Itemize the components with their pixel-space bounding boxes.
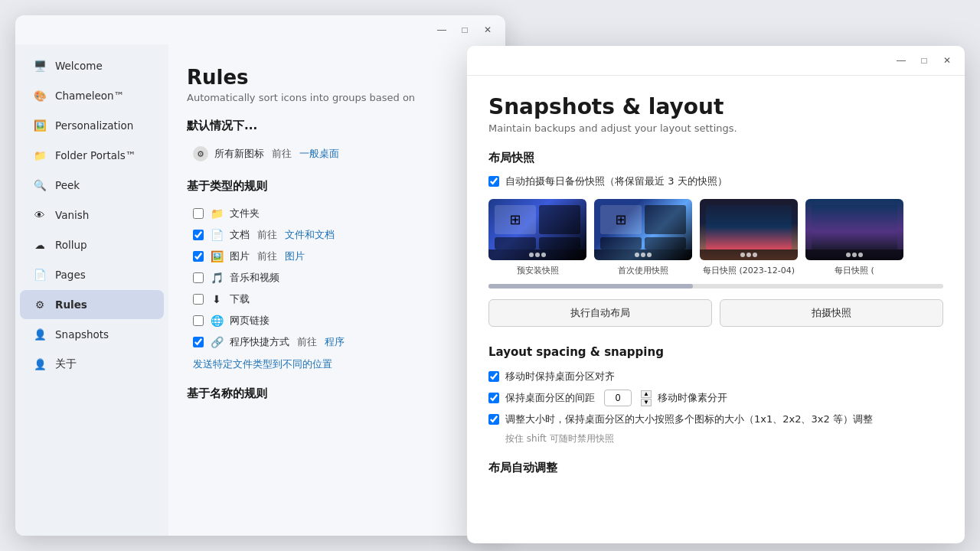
snapshot-thumb-3 (700, 199, 798, 260)
sidebar-item-welcome[interactable]: 🖥️ Welcome (20, 51, 164, 80)
close-button[interactable]: ✕ (479, 21, 496, 38)
page-title: Rules (187, 66, 487, 89)
sidebar-item-vanish[interactable]: 👁 Vanish (20, 201, 164, 230)
default-rule-dest: 一般桌面 (299, 147, 339, 161)
overlay-minimize-button[interactable]: — (893, 52, 910, 69)
layout-option-1-text: 移动时保持桌面分区对齐 (505, 370, 615, 383)
personalization-icon: 🖼️ (32, 118, 47, 133)
taskbar-4 (805, 249, 903, 260)
overlay-body: Snapshots & layout Maintain backups and … (467, 76, 965, 543)
rule-docs-checkbox[interactable] (193, 230, 204, 240)
rule-images-text: 图片 (230, 249, 250, 263)
sidebar-item-about[interactable]: 👤 关于 (20, 350, 164, 379)
progress-bar-fill (488, 284, 693, 289)
layout-option-1: 移动时保持桌面分区对齐 (488, 370, 943, 383)
rule-docs-dest: 文件和文档 (285, 228, 335, 242)
rule-shortcuts-goto: 前往 (297, 335, 317, 349)
rule-weblinks-checkbox[interactable] (193, 315, 204, 326)
rule-docs-goto: 前往 (257, 228, 277, 242)
default-section-title: 默认情况下... (187, 119, 487, 133)
layout-option-2: 保持桌面分区的间距 ▲ ▼ 移动时像素分开 (488, 390, 943, 406)
sidebar-item-label: Personalization (55, 119, 133, 132)
rule-folder-checkbox[interactable] (193, 208, 204, 219)
spacing-input[interactable] (604, 390, 632, 406)
rule-images-goto: 前往 (257, 249, 277, 263)
default-rule-goto: 前往 (272, 147, 292, 161)
rule-images: 🖼️ 图片 前往 图片 (187, 246, 487, 267)
progress-bar (488, 284, 943, 289)
overlay-window: — □ ✕ Snapshots & layout Maintain backup… (467, 46, 965, 543)
snapshot-card-2[interactable]: ⊞ 首次使用快照 (594, 199, 692, 276)
folder-portals-icon: 📁 (32, 148, 47, 163)
default-rule-icon: ⚙ (193, 146, 208, 161)
snapshot-card-1[interactable]: ⊞ 预安装快照 (488, 199, 586, 276)
layout-checkbox-2[interactable] (488, 393, 499, 403)
snapshot-label-4: 每日快照 ( (835, 265, 874, 276)
rule-shortcuts-checkbox[interactable] (193, 337, 204, 347)
sidebar-item-label: Peek (55, 179, 80, 191)
peek-icon: 🔍 (32, 178, 47, 193)
images-icon: 🖼️ (210, 249, 224, 263)
action-buttons: 执行自动布局 拍摄快照 (488, 299, 943, 327)
snapshot-thumb-4 (805, 199, 903, 260)
spinner-buttons: ▲ ▼ (641, 390, 652, 406)
taskbar-3 (700, 249, 798, 260)
sidebar-item-personalization[interactable]: 🖼️ Personalization (20, 111, 164, 140)
shortcuts-icon: 🔗 (210, 335, 224, 349)
sidebar-item-chameleon[interactable]: 🎨 Chameleon™ (20, 81, 164, 110)
take-snapshot-button[interactable]: 拍摄快照 (720, 299, 943, 327)
sidebar-item-folder-portals[interactable]: 📁 Folder Portals™ (20, 141, 164, 170)
snapshot-card-3[interactable]: 每日快照 (2023-12-04) (700, 199, 798, 276)
sidebar-item-rules[interactable]: ⚙ Rules (20, 290, 164, 319)
sidebar-item-peek[interactable]: 🔍 Peek (20, 171, 164, 200)
rule-shortcuts-dest: 程序 (325, 335, 345, 349)
snapshot-section-title: 布局快照 (488, 151, 943, 165)
pages-icon: 📄 (32, 267, 47, 282)
spinner-up-button[interactable]: ▲ (641, 390, 652, 398)
media-icon: 🎵 (210, 271, 224, 285)
overlay-title: Snapshots & layout (488, 94, 943, 119)
window-body: 🖥️ Welcome 🎨 Chameleon™ 🖼️ Personalizati… (15, 44, 505, 536)
spinner-down-button[interactable]: ▼ (641, 399, 652, 406)
layout-section-title: Layout spacing & snapping (488, 345, 943, 359)
maximize-button[interactable]: □ (456, 21, 473, 38)
taskbar-1 (488, 249, 586, 260)
chameleon-icon: 🎨 (32, 88, 47, 103)
rule-docs: 📄 文档 前往 文件和文档 (187, 224, 487, 246)
main-titlebar: — □ ✕ (15, 15, 505, 44)
welcome-icon: 🖥️ (32, 58, 47, 73)
rule-shortcuts-text: 程序快捷方式 (230, 335, 289, 349)
auto-snapshot-row: 自动拍摄每日备份快照（将保留最近 3 天的快照） (488, 174, 943, 188)
sidebar-item-label: Welcome (55, 60, 103, 72)
sidebar-item-label: Rollup (55, 239, 87, 251)
rule-media-checkbox[interactable] (193, 272, 204, 283)
rule-folder-text: 文件夹 (230, 207, 260, 220)
weblinks-icon: 🌐 (210, 314, 224, 328)
sidebar-item-label: Rules (55, 298, 87, 311)
rule-media: 🎵 音乐和视频 (187, 267, 487, 289)
snapshot-thumb-2: ⊞ (594, 199, 692, 260)
layout-checkbox-1[interactable] (488, 371, 499, 382)
rule-weblinks-text: 网页链接 (230, 314, 270, 328)
rule-downloads-checkbox[interactable] (193, 294, 204, 305)
rule-folder: 📁 文件夹 (187, 203, 487, 224)
name-section-title: 基于名称的规则 (187, 386, 487, 401)
taskbar-2 (594, 249, 692, 260)
auto-layout-button[interactable]: 执行自动布局 (488, 299, 712, 327)
snapshot-card-4[interactable]: 每日快照 ( (805, 199, 903, 276)
minimize-button[interactable]: — (433, 21, 450, 38)
file-type-link[interactable]: 发送特定文件类型到不同的位置 (187, 357, 332, 371)
snapshot-label-2: 首次使用快照 (618, 265, 668, 276)
rule-images-checkbox[interactable] (193, 251, 204, 262)
page-subtitle: Automatically sort icons into groups bas… (187, 92, 487, 103)
sidebar-item-rollup[interactable]: ☁ Rollup (20, 230, 164, 259)
auto-snapshot-checkbox[interactable] (488, 176, 499, 187)
overlay-close-button[interactable]: ✕ (939, 52, 956, 69)
rule-downloads-text: 下载 (230, 292, 250, 306)
layout-checkbox-3[interactable] (488, 414, 499, 425)
sidebar-item-snapshots[interactable]: 👤 Snapshots (20, 320, 164, 349)
main-window: — □ ✕ 🖥️ Welcome 🎨 Chameleon™ 🖼️ Persona… (15, 15, 505, 536)
sidebar-item-pages[interactable]: 📄 Pages (20, 260, 164, 289)
overlay-maximize-button[interactable]: □ (916, 52, 933, 69)
overlay-titlebar: — □ ✕ (467, 46, 965, 76)
